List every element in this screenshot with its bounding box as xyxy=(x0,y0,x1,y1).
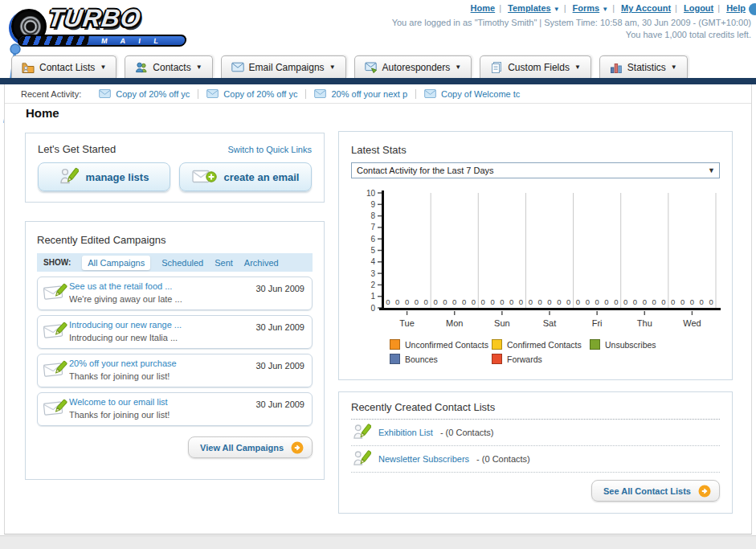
tab-label: Statistics xyxy=(627,62,666,73)
see-all-contact-lists-button[interactable]: See All Contact Lists xyxy=(591,480,720,502)
recent-activity-item[interactable]: 20% off your next p xyxy=(314,89,416,99)
latest-stats-title: Latest Stats xyxy=(351,144,407,156)
campaign-date: 30 Jun 2009 xyxy=(255,399,304,409)
recent-activity-item[interactable]: Copy of 20% off yc xyxy=(99,89,198,99)
tab-contact-lists[interactable]: Contact Lists ▼ xyxy=(11,55,116,78)
tab-contacts[interactable]: Contacts ▼ xyxy=(125,55,212,78)
create-email-label: create an email xyxy=(224,171,300,183)
recent-activity-item[interactable]: Copy of 20% off yc xyxy=(206,89,306,99)
envelope-icon xyxy=(424,89,436,98)
link-logout[interactable]: Logout xyxy=(684,3,713,13)
tab-email-campaigns[interactable]: Email Campaigns ▼ xyxy=(221,55,346,78)
link-my-account[interactable]: My Account xyxy=(621,3,671,13)
filter-scheduled[interactable]: Scheduled xyxy=(161,258,203,268)
svg-text:10: 10 xyxy=(366,189,376,198)
top-header: TURBO E M A I L Home| Templates ▼| Forms… xyxy=(0,0,756,55)
svg-text:0: 0 xyxy=(633,297,637,306)
svg-text:0: 0 xyxy=(490,297,494,306)
chevron-down-icon: ▼ xyxy=(196,64,202,71)
stats-period-select[interactable]: Contact Activity for the Last 7 Days ▼ xyxy=(351,162,720,178)
legend-label: Unsubscribes xyxy=(605,340,656,350)
create-email-button[interactable]: create an email xyxy=(179,162,312,191)
chevron-down-icon: ▼ xyxy=(455,64,461,71)
chevron-down-icon: ▼ xyxy=(100,64,106,71)
campaign-date: 30 Jun 2009 xyxy=(255,284,304,293)
campaign-title-link[interactable]: See us at the retail food ... xyxy=(69,281,255,291)
recent-activity-link[interactable]: Copy of 20% off yc xyxy=(223,89,297,99)
logo-title: TURBO xyxy=(46,4,142,33)
campaign-row[interactable]: 20% off your next purchase Thanks for jo… xyxy=(37,354,313,387)
svg-text:5: 5 xyxy=(370,246,375,255)
svg-text:0: 0 xyxy=(557,297,561,306)
link-separator: | xyxy=(499,3,501,13)
svg-text:0: 0 xyxy=(433,297,437,306)
tab-statistics[interactable]: Statistics ▼ xyxy=(599,55,688,78)
envelope-pencil-icon xyxy=(43,397,69,421)
campaign-row[interactable]: See us at the retail food ... We're givi… xyxy=(37,277,313,310)
legend-label: Bounces xyxy=(405,354,438,364)
svg-text:0: 0 xyxy=(452,297,456,306)
campaign-title-link[interactable]: 20% off your next purchase xyxy=(69,358,255,368)
recent-activity-bar: Recent Activity: Copy of 20% off yc Copy… xyxy=(5,84,751,104)
svg-text:Sun: Sun xyxy=(494,318,510,328)
campaign-title-link[interactable]: Introducing our new range ... xyxy=(69,320,255,330)
contact-list-link[interactable]: Newsletter Subscribers xyxy=(378,454,469,464)
campaign-row[interactable]: Welcome to our email list Thanks for joi… xyxy=(37,392,313,426)
svg-text:2: 2 xyxy=(370,281,375,289)
svg-text:0: 0 xyxy=(709,297,713,306)
campaign-filter-bar: SHOW: All Campaigns Scheduled Sent Archi… xyxy=(37,253,313,272)
link-help[interactable]: Help xyxy=(726,3,746,13)
campaign-title-link[interactable]: Welcome to our email list xyxy=(69,397,255,407)
contact-list-item[interactable]: Exhibition List - (0 Contacts) xyxy=(351,420,720,446)
custom-fields-icon xyxy=(490,61,503,74)
campaign-date: 30 Jun 2009 xyxy=(255,361,304,371)
link-templates[interactable]: Templates xyxy=(508,3,551,13)
link-separator: | xyxy=(717,3,720,13)
svg-text:9: 9 xyxy=(370,200,375,209)
navy-divider-bar xyxy=(0,78,756,84)
svg-text:Sat: Sat xyxy=(543,318,557,328)
filter-archived[interactable]: Archived xyxy=(244,258,279,268)
svg-text:0: 0 xyxy=(424,297,428,306)
svg-text:0: 0 xyxy=(529,297,533,306)
campaign-subtitle: Thanks for joining our list! xyxy=(69,371,170,381)
switch-quick-links[interactable]: Switch to Quick Links xyxy=(227,145,312,154)
app-logo: TURBO E M A I L xyxy=(6,2,199,49)
dropdown-caret-icon: ▼ xyxy=(602,6,608,13)
svg-text:0: 0 xyxy=(370,304,375,313)
envelope-pencil-icon xyxy=(43,358,69,383)
legend-swatch-unconfirmed xyxy=(390,339,400,350)
recent-activity-item[interactable]: Copy of Welcome tc xyxy=(424,89,528,99)
filter-sent[interactable]: Sent xyxy=(215,258,233,268)
campaign-row[interactable]: Introducing our new range ... Introducin… xyxy=(37,315,313,349)
contact-list-link[interactable]: Exhibition List xyxy=(378,428,433,437)
svg-text:0: 0 xyxy=(443,297,447,306)
view-all-campaigns-button[interactable]: View All Campaigns xyxy=(188,436,313,458)
recent-activity-link[interactable]: 20% off your next p xyxy=(331,89,407,99)
filter-all-campaigns[interactable]: All Campaigns xyxy=(82,256,150,270)
help-bubble-icon[interactable] xyxy=(749,3,756,15)
recent-activity-link[interactable]: Copy of 20% off yc xyxy=(116,89,190,99)
link-home[interactable]: Home xyxy=(471,3,496,13)
campaign-date: 30 Jun 2009 xyxy=(255,322,304,332)
envelope-icon xyxy=(206,89,219,98)
recent-activity-link[interactable]: Copy of Welcome tc xyxy=(441,89,520,99)
svg-text:0: 0 xyxy=(472,297,476,306)
contact-list-item[interactable]: Newsletter Subscribers - (0 Contacts) xyxy=(351,446,720,473)
svg-text:0: 0 xyxy=(519,297,523,306)
contact-lists-panel: Recently Created Contact Lists Exhibitio… xyxy=(338,391,733,514)
content-area: Recent Activity: Copy of 20% off yc Copy… xyxy=(4,84,752,535)
svg-text:Thu: Thu xyxy=(637,318,652,328)
manage-lists-button[interactable]: manage lists xyxy=(38,162,170,191)
svg-text:7: 7 xyxy=(370,223,375,231)
page-title: Home xyxy=(26,106,59,120)
get-started-title: Let's Get Started xyxy=(38,143,116,155)
link-forms[interactable]: Forms xyxy=(573,3,600,13)
tab-autoresponders[interactable]: Autoresponders ▼ xyxy=(354,55,472,78)
svg-text:0: 0 xyxy=(604,297,608,306)
tab-custom-fields[interactable]: Custom Fields ▼ xyxy=(480,55,591,78)
autoresponders-icon xyxy=(365,62,378,73)
logo-subtitle: E M A I L xyxy=(83,37,165,45)
contact-list-count: - (0 Contacts) xyxy=(440,428,494,437)
logo-stripes xyxy=(18,36,89,45)
